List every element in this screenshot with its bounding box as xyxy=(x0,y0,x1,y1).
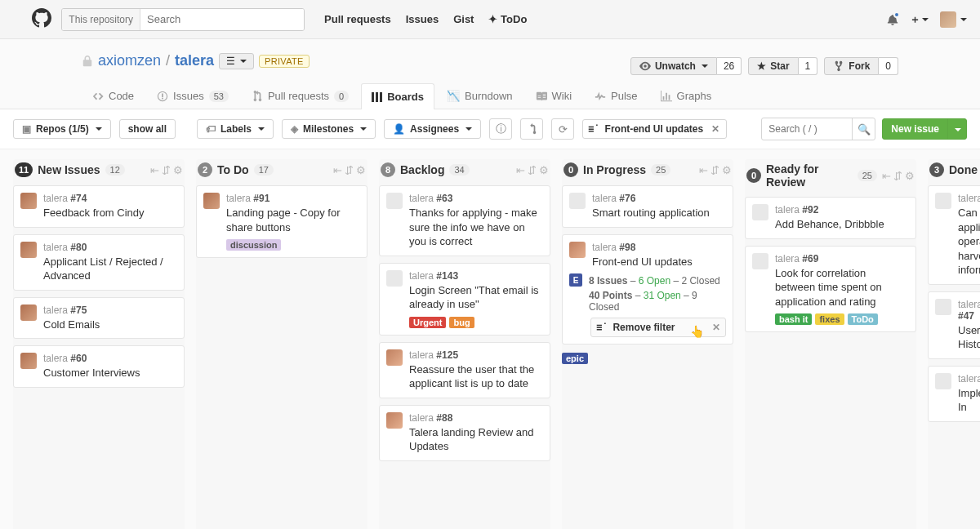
clear-filter-button[interactable]: ✕ xyxy=(711,123,719,135)
unwatch-button[interactable]: Unwatch xyxy=(630,57,717,75)
nav-issues[interactable]: Issues xyxy=(406,13,439,25)
gear-icon[interactable]: ⚙ xyxy=(356,164,366,176)
repos-filter-button[interactable]: ▣Repos (1/5) xyxy=(13,119,111,139)
label-fixes[interactable]: fixes xyxy=(815,313,844,325)
search-scope[interactable]: This repository xyxy=(62,9,140,30)
tab-boards[interactable]: Boards xyxy=(361,83,434,109)
nav-pull-requests[interactable]: Pull requests xyxy=(324,13,391,25)
active-filter-chip: ≡˙ Front-end UI updates ✕ xyxy=(582,119,727,139)
star-count[interactable]: 1 xyxy=(799,57,818,75)
github-logo-icon[interactable] xyxy=(32,8,51,30)
close-icon[interactable]: ✕ xyxy=(712,322,720,333)
issue-card[interactable]: talera #60 Customer Interviews xyxy=(13,345,185,388)
gear-icon[interactable]: ⚙ xyxy=(539,164,549,176)
column-header: 0 Ready for Review 25 ⇤ ⇵ ⚙ xyxy=(745,159,916,197)
tab-issues[interactable]: Issues53 xyxy=(146,82,239,109)
milestone-icon: ◈ xyxy=(291,123,298,135)
create-menu-icon[interactable]: ＋ xyxy=(910,12,929,27)
gear-icon[interactable]: ⚙ xyxy=(173,164,183,176)
sort-icon[interactable]: ⇵ xyxy=(893,170,902,182)
epic-card[interactable]: talera #98 Front-end UI updates E 8 Issu… xyxy=(562,234,733,345)
label-bug[interactable]: bug xyxy=(449,317,474,328)
issue-card[interactable]: talera #80 Applicant List / Rejected / A… xyxy=(13,234,185,291)
label-todo[interactable]: ToDo xyxy=(848,313,878,325)
card-title: Login Screen "That email is already in u… xyxy=(409,283,543,312)
labels-filter-button[interactable]: 🏷Labels xyxy=(197,119,274,139)
board-picker-button[interactable]: ☰ xyxy=(219,53,254,69)
tag-icon: 🏷 xyxy=(206,123,216,135)
label-discussion[interactable]: discussion xyxy=(226,239,281,251)
issue-card[interactable]: talera #143 Login Screen "That email is … xyxy=(379,263,550,336)
tab-pull-requests[interactable]: Pull requests0 xyxy=(241,82,359,109)
repo-name[interactable]: talera xyxy=(175,52,214,69)
issue-card[interactable]: talera #63 Thanks for applying - make su… xyxy=(379,185,550,256)
card-title: Feedback from Cindy xyxy=(43,206,177,220)
column-count: 12 xyxy=(105,164,125,176)
card-title: Applicant List / Rejected / Advanced xyxy=(43,255,177,283)
sort-icon[interactable]: ⇵ xyxy=(528,164,537,176)
nav-gist[interactable]: Gist xyxy=(453,13,474,25)
remove-filter-button[interactable]: ≡˙ Remove filter ✕ 👆 xyxy=(590,318,726,337)
gear-icon[interactable]: ⚙ xyxy=(905,170,915,182)
issue-card[interactable]: talera #69 Look for correlation between … xyxy=(745,246,916,333)
label-urgent[interactable]: Urgent xyxy=(409,317,446,328)
global-search[interactable]: This repository xyxy=(61,8,305,31)
card-meta: talera #69 xyxy=(775,253,909,264)
tab-pulse[interactable]: Pulse xyxy=(584,82,648,109)
issue-card[interactable]: talera #76 Smart routing application xyxy=(562,185,733,228)
search-input[interactable] xyxy=(140,9,304,30)
merge-button[interactable] xyxy=(520,118,543,140)
card-meta: talera #47 xyxy=(958,299,980,322)
issue-card[interactable]: talera #74 Feedback from Cindy xyxy=(13,185,185,228)
repo-title: axiomzen / talera ☰ Private xyxy=(82,52,310,79)
issue-card[interactable]: talera #47 User History xyxy=(928,291,980,359)
label-epic[interactable]: epic xyxy=(562,353,588,364)
sort-icon[interactable]: ⇵ xyxy=(345,164,354,176)
issue-card[interactable]: talera #73 Can applicants operate to har… xyxy=(928,185,980,285)
collapse-icon[interactable]: ⇤ xyxy=(150,164,159,176)
tab-burndown[interactable]: 📉Burndown xyxy=(436,82,523,109)
assignee-avatar xyxy=(203,193,220,209)
tab-graphs[interactable]: Graphs xyxy=(650,82,723,109)
board-search-input[interactable] xyxy=(762,123,852,135)
assignees-filter-button[interactable]: 👤Assignees xyxy=(384,119,481,139)
board-search[interactable]: 🔍 xyxy=(761,118,875,140)
issue-card[interactable]: talera #70 Implement In xyxy=(928,366,980,422)
collapse-icon[interactable]: ⇤ xyxy=(882,170,891,182)
label-bashit[interactable]: bash it xyxy=(775,313,812,325)
tab-code[interactable]: Code xyxy=(82,82,145,109)
issue-card[interactable]: talera #91 Landing page - Copy for share… xyxy=(196,185,368,258)
milestones-filter-button[interactable]: ◈Milestones xyxy=(282,119,376,139)
fork-button[interactable]: Fork xyxy=(824,57,879,75)
tab-wiki[interactable]: Wiki xyxy=(525,82,583,109)
user-menu[interactable] xyxy=(940,11,967,28)
issue-card[interactable]: talera #92 Add Behance, Dribbble xyxy=(745,197,916,239)
fork-count[interactable]: 0 xyxy=(879,57,898,75)
gear-icon[interactable]: ⚙ xyxy=(722,164,732,176)
watch-count[interactable]: 26 xyxy=(717,57,742,75)
new-issue-dropdown[interactable] xyxy=(947,119,966,139)
new-issue-button[interactable]: New issue xyxy=(882,118,967,140)
column-backlog: 8 Backlog 34 ⇤ ⇵ ⚙ talera #63 Thanks for… xyxy=(379,159,550,529)
issue-card[interactable]: talera #125 Reassure the user that the a… xyxy=(379,342,550,398)
sort-icon[interactable]: ⇵ xyxy=(162,164,171,176)
card-title: Add Behance, Dribbble xyxy=(775,217,909,232)
card-meta: talera #143 xyxy=(409,270,543,282)
refresh-button[interactable]: ⟳ xyxy=(551,118,574,140)
show-all-button[interactable]: show all xyxy=(119,119,176,139)
collapse-icon[interactable]: ⇤ xyxy=(333,164,342,176)
card-meta: talera #88 xyxy=(409,412,543,424)
repo-owner[interactable]: axiomzen xyxy=(98,52,161,69)
collapse-icon[interactable]: ⇤ xyxy=(516,164,525,176)
search-icon[interactable]: 🔍 xyxy=(852,118,875,140)
star-button[interactable]: ★ Star xyxy=(748,57,798,75)
sort-icon[interactable]: ⇵ xyxy=(710,164,719,176)
card-title: Smart routing application xyxy=(592,206,726,220)
notifications-icon[interactable] xyxy=(887,13,898,26)
issue-card[interactable]: talera #75 Cold Emails xyxy=(13,297,185,340)
info-button[interactable]: ⓘ xyxy=(489,118,512,140)
collapse-icon[interactable]: ⇤ xyxy=(699,164,708,176)
nav-todo[interactable]: ✦ ToDo xyxy=(488,13,527,25)
burndown-icon: 📉 xyxy=(447,90,460,102)
issue-card[interactable]: talera #88 Talera landing Review and Upd… xyxy=(379,405,550,461)
